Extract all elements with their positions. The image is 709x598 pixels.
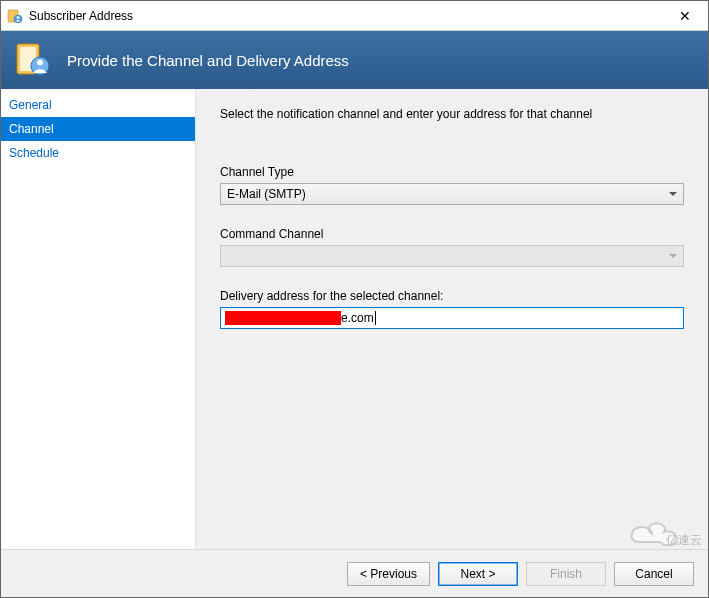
delivery-address-label: Delivery address for the selected channe…: [220, 289, 684, 303]
wizard-footer: < Previous Next > Finish Cancel: [1, 549, 708, 597]
close-icon: ✕: [679, 8, 691, 24]
button-label: Cancel: [635, 567, 672, 581]
finish-button: Finish: [526, 562, 606, 586]
sidebar-item-general[interactable]: General: [1, 93, 195, 117]
chevron-down-icon: [669, 192, 677, 196]
sidebar-item-schedule[interactable]: Schedule: [1, 141, 195, 165]
visible-email-suffix: e.com: [341, 311, 374, 325]
wizard-content: Select the notification channel and ente…: [196, 89, 708, 549]
window-title: Subscriber Address: [29, 9, 662, 23]
sidebar-item-label: General: [9, 98, 52, 112]
app-icon: [7, 8, 23, 24]
channel-type-value: E-Mail (SMTP): [227, 187, 306, 201]
svg-point-6: [37, 60, 43, 66]
previous-button[interactable]: < Previous: [347, 562, 430, 586]
wizard-banner: Provide the Channel and Delivery Address: [1, 31, 708, 89]
command-channel-label: Command Channel: [220, 227, 684, 241]
wizard-sidebar: General Channel Schedule: [1, 89, 196, 549]
channel-type-group: Channel Type E-Mail (SMTP): [220, 165, 684, 205]
svg-point-2: [17, 16, 20, 19]
text-caret: [375, 311, 376, 325]
banner-title: Provide the Channel and Delivery Address: [67, 52, 349, 69]
banner-icon: [13, 40, 53, 80]
sidebar-item-channel[interactable]: Channel: [1, 117, 195, 141]
subscriber-address-dialog: Subscriber Address ✕ Provide the Channel…: [0, 0, 709, 598]
wizard-body: General Channel Schedule Select the noti…: [1, 89, 708, 549]
channel-type-label: Channel Type: [220, 165, 684, 179]
sidebar-item-label: Schedule: [9, 146, 59, 160]
redacted-text: XXXXXXXXXXXXXX: [225, 311, 341, 325]
close-button[interactable]: ✕: [662, 1, 708, 31]
cancel-button[interactable]: Cancel: [614, 562, 694, 586]
next-button[interactable]: Next >: [438, 562, 518, 586]
instruction-text: Select the notification channel and ente…: [220, 107, 684, 121]
button-label: < Previous: [360, 567, 417, 581]
button-label: Finish: [550, 567, 582, 581]
channel-type-select[interactable]: E-Mail (SMTP): [220, 183, 684, 205]
sidebar-item-label: Channel: [9, 122, 54, 136]
button-label: Next >: [460, 567, 495, 581]
command-channel-select: [220, 245, 684, 267]
command-channel-group: Command Channel: [220, 227, 684, 267]
titlebar: Subscriber Address ✕: [1, 1, 708, 31]
delivery-address-group: Delivery address for the selected channe…: [220, 289, 684, 329]
svg-point-1: [14, 15, 22, 23]
chevron-down-icon: [669, 254, 677, 258]
delivery-address-input[interactable]: XXXXXXXXXXXXXXe.com: [220, 307, 684, 329]
